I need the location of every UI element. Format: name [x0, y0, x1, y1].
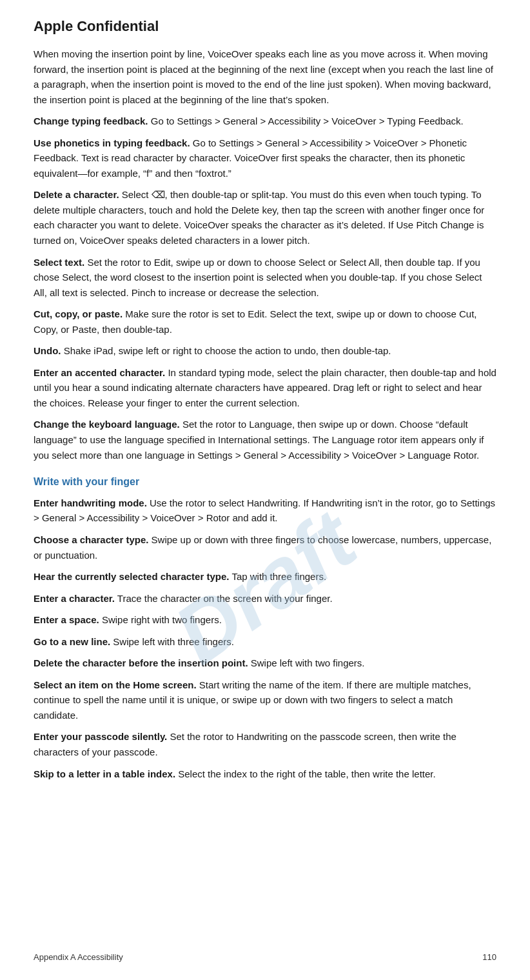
- para-cut-copy: Cut, copy, or paste. Make sure the rotor…: [34, 306, 496, 337]
- section-heading-write: Write with your finger: [34, 474, 496, 490]
- main-content: When moving the insertion point by line,…: [34, 46, 496, 781]
- page-title: Apple Confidential: [34, 18, 496, 35]
- para-typing-feedback: Change typing feedback. Go to Settings >…: [34, 114, 496, 129]
- para-delete-before-text: Swipe left with two fingers.: [248, 657, 365, 668]
- para-char-type: Choose a character type. Swipe up or dow…: [34, 532, 496, 563]
- para-keyboard-lang-bold: Change the keyboard language.: [34, 419, 180, 430]
- para-new-line: Go to a new line. Swipe left with three …: [34, 634, 496, 650]
- para-handwriting-mode: Enter handwriting mode. Use the rotor to…: [34, 495, 496, 526]
- para-select-text-bold: Select text.: [34, 257, 84, 268]
- para-phonetics: Use phonetics in typing feedback. Go to …: [34, 135, 496, 181]
- footer-page-number: 110: [482, 952, 496, 962]
- para-skip-letter-bold: Skip to a letter in a table index.: [34, 768, 175, 779]
- para-undo-bold: Undo.: [34, 345, 61, 356]
- para-intro: When moving the insertion point by line,…: [34, 46, 496, 107]
- para-undo-text: Shake iPad, swipe left or right to choos…: [61, 345, 391, 356]
- para-enter-char-text: Trace the character on the screen with y…: [115, 593, 333, 604]
- para-skip-letter: Skip to a letter in a table index. Selec…: [34, 766, 496, 782]
- para-select-home-bold: Select an item on the Home screen.: [34, 679, 197, 690]
- para-skip-letter-text: Select the index to the right of the tab…: [175, 768, 436, 779]
- para-accented-bold: Enter an accented character.: [34, 367, 165, 378]
- para-undo: Undo. Shake iPad, swipe left or right to…: [34, 343, 496, 359]
- para-keyboard-lang: Change the keyboard language. Set the ro…: [34, 417, 496, 463]
- para-delete-before: Delete the character before the insertio…: [34, 655, 496, 671]
- para-enter-space: Enter a space. Swipe right with two fing…: [34, 612, 496, 628]
- footer: Appendix A Accessibility 110: [34, 952, 496, 962]
- para-hear-selected: Hear the currently selected character ty…: [34, 569, 496, 585]
- page: Draft Apple Confidential When moving the…: [0, 0, 530, 980]
- para-enter-space-text: Swipe right with two fingers.: [99, 614, 222, 625]
- para-enter-space-bold: Enter a space.: [34, 614, 99, 625]
- para-char-type-bold: Choose a character type.: [34, 534, 148, 545]
- para-handwriting-mode-bold: Enter handwriting mode.: [34, 497, 147, 508]
- para-hear-selected-bold: Hear the currently selected character ty…: [34, 571, 229, 582]
- para-hear-selected-text: Tap with three fingers.: [229, 571, 326, 582]
- para-typing-feedback-text: Go to Settings > General > Accessibility…: [148, 115, 464, 126]
- para-passcode-bold: Enter your passcode silently.: [34, 731, 167, 742]
- para-delete-before-bold: Delete the character before the insertio…: [34, 657, 248, 668]
- para-enter-char: Enter a character. Trace the character o…: [34, 591, 496, 606]
- para-select-text: Select text. Set the rotor to Edit, swip…: [34, 255, 496, 301]
- para-phonetics-bold: Use phonetics in typing feedback.: [34, 137, 190, 148]
- para-new-line-bold: Go to a new line.: [34, 636, 110, 647]
- para-typing-feedback-bold: Change typing feedback.: [34, 115, 148, 126]
- para-enter-char-bold: Enter a character.: [34, 593, 115, 604]
- para-cut-copy-bold: Cut, copy, or paste.: [34, 308, 123, 319]
- para-select-home: Select an item on the Home screen. Start…: [34, 677, 496, 723]
- para-select-text-body: Set the rotor to Edit, swipe up or down …: [34, 257, 482, 298]
- para-accented: Enter an accented character. In standard…: [34, 365, 496, 411]
- para-new-line-text: Swipe left with three fingers.: [110, 636, 234, 647]
- para-delete-bold: Delete a character.: [34, 189, 119, 200]
- para-passcode: Enter your passcode silently. Set the ro…: [34, 729, 496, 759]
- footer-appendix: Appendix A Accessibility: [34, 952, 123, 962]
- para-delete: Delete a character. Select ⌫, then doubl…: [34, 187, 496, 248]
